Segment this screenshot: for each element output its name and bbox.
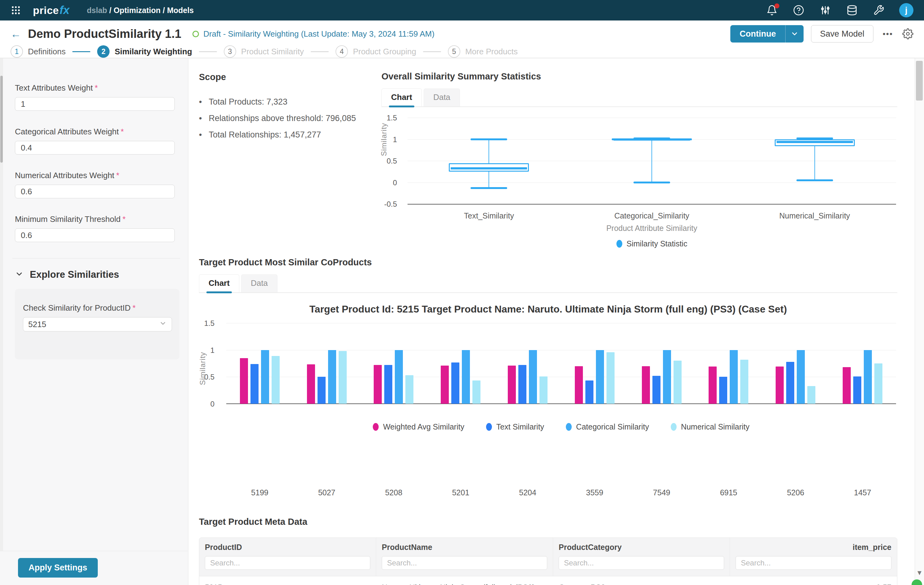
- bar-weighted-avg-similarity: [776, 366, 784, 404]
- step-3-circle: 3: [224, 45, 236, 58]
- numerical-attributes-weight-input[interactable]: [15, 185, 175, 198]
- sidebar-scrollbar[interactable]: [0, 58, 3, 585]
- page-title: Demo ProductSimilarity 1.1: [28, 27, 181, 41]
- bar-category-label: 3559: [561, 488, 628, 497]
- scope-bullet: Relationships above threshold: 796,085: [199, 114, 381, 123]
- summary-statistics-section: Overall Similarity Summary Statistics Ch…: [381, 71, 897, 243]
- step-product-grouping[interactable]: 4 Product Grouping: [335, 45, 416, 58]
- continue-button-label: Continue: [730, 25, 785, 43]
- scope-bullet: Total Relationships: 1,457,277: [199, 130, 381, 140]
- explore-similarities-toggle[interactable]: Explore Similarities: [15, 269, 175, 280]
- bar-group-3559: [561, 323, 628, 404]
- column-header-item-price: item_price: [730, 538, 897, 576]
- bar-groups: [226, 323, 896, 404]
- settings-gear-icon[interactable]: [902, 28, 913, 40]
- user-avatar[interactable]: j: [899, 3, 913, 17]
- summary-tab-chart[interactable]: Chart: [381, 89, 422, 106]
- step-4-label: Product Grouping: [353, 47, 416, 56]
- scrollbar-thumb[interactable]: [916, 61, 923, 101]
- more-actions-button[interactable]: •••: [881, 29, 895, 39]
- target-meta-table: ProductID ProductName ProductCategory: [199, 537, 897, 585]
- bar-chart-legend: Weighted Avg SimilarityText SimilarityCa…: [226, 422, 896, 432]
- bar-category-label: 5206: [762, 488, 829, 497]
- app-window: price fx dslab / Optimization / Models: [0, 0, 924, 585]
- summary-tab-data[interactable]: Data: [424, 89, 460, 106]
- bar-categorical-similarity: [395, 350, 403, 404]
- coproducts-tab-chart[interactable]: Chart: [199, 274, 239, 292]
- bar-group-1457: [829, 323, 896, 404]
- bar-group-5027: [293, 323, 360, 404]
- app-grid-icon[interactable]: [11, 5, 21, 15]
- sliders-icon[interactable]: [819, 4, 832, 16]
- y-tick-label: 0.5: [377, 157, 397, 165]
- continue-button[interactable]: Continue: [730, 25, 804, 43]
- bar-categorical-similarity: [797, 350, 805, 404]
- boxplot-x-axis-label: Product Attribute Similarity: [408, 224, 896, 233]
- y-tick-label: 0: [377, 178, 397, 187]
- bar-numerical-similarity: [874, 363, 883, 404]
- step-definitions[interactable]: 1 Definitions: [11, 45, 66, 58]
- bar-text-similarity: [719, 377, 727, 404]
- bar-text-similarity: [786, 362, 794, 404]
- database-icon[interactable]: [846, 4, 858, 16]
- coproducts-tab-data[interactable]: Data: [241, 274, 277, 292]
- productcategory-search-input[interactable]: [559, 556, 724, 570]
- bar-weighted-avg-similarity: [441, 366, 449, 404]
- bar-numerical-similarity: [338, 351, 347, 404]
- step-product-similarity[interactable]: 3 Product Similarity: [224, 45, 304, 58]
- bar-weighted-avg-similarity: [508, 366, 516, 404]
- step-5-circle: 5: [448, 45, 460, 58]
- vertical-scrollbar[interactable]: ▼: [915, 58, 924, 585]
- continue-dropdown-button[interactable]: [785, 25, 804, 43]
- legend-label: Text Similarity: [496, 422, 544, 432]
- gridline: [408, 204, 896, 204]
- step-similarity-weighting[interactable]: 2 Similarity Weighting: [97, 45, 192, 58]
- step-4-circle: 4: [335, 45, 348, 58]
- bar-group-6915: [695, 323, 762, 404]
- summary-tabs: Chart Data: [381, 89, 897, 107]
- bar-numerical-similarity: [740, 360, 748, 404]
- apply-settings-button[interactable]: Apply Settings: [18, 558, 98, 578]
- back-button[interactable]: ←: [11, 28, 21, 40]
- bar-category-label: 5199: [226, 488, 293, 497]
- main-panel: Scope Total Products: 7,323 Relationship…: [188, 58, 924, 585]
- categorical-attributes-weight-input[interactable]: [15, 141, 175, 155]
- breadcrumb-path: / Optimization / Models: [109, 6, 194, 15]
- legend-dot: [373, 423, 379, 431]
- page-header: ← Demo ProductSimilarity 1.1 Draft - Sim…: [0, 20, 924, 58]
- cell-productid: 5215: [199, 576, 376, 585]
- bar-weighted-avg-similarity: [642, 366, 650, 404]
- bar-category-label: 6915: [695, 488, 762, 497]
- save-model-button[interactable]: Save Model: [811, 25, 873, 43]
- bar-text-similarity: [586, 381, 594, 404]
- productname-search-input[interactable]: [382, 556, 547, 570]
- whisker-cap-low: [470, 187, 507, 189]
- step-1-circle: 1: [11, 45, 23, 58]
- bar-group-7549: [628, 323, 695, 404]
- required-asterisk: *: [116, 171, 119, 180]
- minimum-similarity-threshold-input[interactable]: [15, 228, 175, 242]
- bar-category-label: 7549: [628, 488, 695, 497]
- help-icon[interactable]: [792, 4, 805, 16]
- productid-search-input[interactable]: [205, 556, 370, 570]
- pricefx-logo[interactable]: price fx: [33, 4, 69, 17]
- notification-badge: [774, 3, 779, 8]
- bar-numerical-similarity: [472, 381, 480, 404]
- item-price-search-input[interactable]: [736, 556, 891, 570]
- product-id-select[interactable]: 5215: [23, 317, 172, 331]
- divider: [12, 258, 180, 259]
- scrollbar-down-arrow[interactable]: ▼: [915, 569, 924, 577]
- bar-text-similarity: [853, 376, 861, 404]
- scope-bullet: Total Products: 7,323: [199, 97, 381, 107]
- breadcrumb[interactable]: dslab / Optimization / Models: [87, 6, 194, 15]
- bar-numerical-similarity: [807, 386, 815, 404]
- text-attributes-weight-input[interactable]: [15, 97, 175, 111]
- bar-text-similarity: [652, 376, 660, 404]
- bell-icon[interactable]: [766, 4, 778, 16]
- wrench-icon[interactable]: [873, 4, 885, 16]
- step-2-label: Similarity Weighting: [114, 47, 192, 56]
- bar-weighted-avg-similarity: [307, 364, 315, 404]
- table-row[interactable]: 5215 Naruto. Ultimate Ninja Storm (full …: [199, 576, 897, 585]
- boxplot-chart: 1.510.50-0.5 Similarity Text_Similarity …: [381, 113, 897, 243]
- step-more-products[interactable]: 5 More Products: [448, 45, 518, 58]
